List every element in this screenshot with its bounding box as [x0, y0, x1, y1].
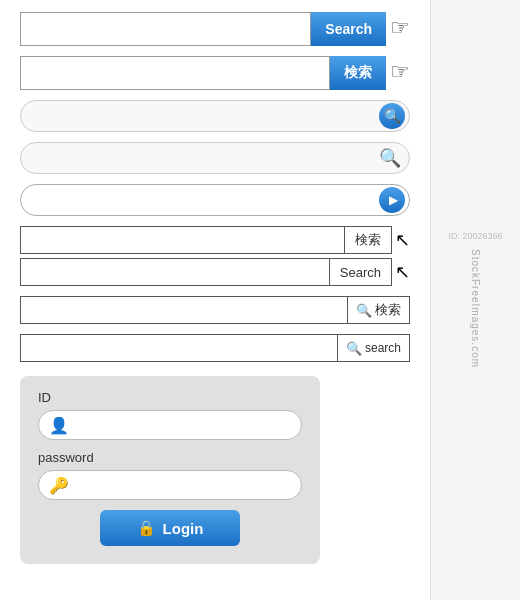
watermark-strip: ID: 20026366 StockFreeImages.com: [430, 0, 520, 600]
cursor-hand-2: ☞: [390, 61, 410, 85]
cursor-arrow-7: ↖: [395, 261, 410, 283]
search-input-3[interactable]: [29, 109, 379, 124]
user-icon: 👤: [49, 416, 69, 435]
search-input-8[interactable]: [20, 296, 347, 324]
search-input-7[interactable]: [20, 258, 329, 286]
search-bar-1: Search ☞: [20, 12, 410, 46]
password-input-wrap: 🔑: [38, 470, 302, 500]
search-button-icon-jp-8[interactable]: 🔍 検索: [347, 296, 410, 324]
watermark-site: StockFreeImages.com: [470, 249, 481, 368]
magnifier-icon-9: 🔍: [346, 341, 362, 356]
search-label-8: 検索: [375, 301, 401, 319]
search-bar-5: ▶: [20, 184, 410, 216]
password-input[interactable]: [75, 478, 291, 493]
lock-icon: 🔒: [137, 519, 156, 537]
search-input-5[interactable]: [33, 193, 379, 208]
watermark-id: ID: 20026366: [448, 231, 502, 241]
search-input-6[interactable]: [20, 226, 344, 254]
id-label: ID: [38, 390, 302, 405]
id-input[interactable]: [75, 418, 291, 433]
key-icon: 🔑: [49, 476, 69, 495]
search-button-jp-6[interactable]: 検索: [344, 226, 392, 254]
search-input-9[interactable]: [20, 334, 337, 362]
password-label: password: [38, 450, 302, 465]
play-icon-5: ▶: [389, 193, 398, 207]
id-input-wrap: 👤: [38, 410, 302, 440]
search-button-jp-2[interactable]: 検索: [330, 56, 386, 90]
magnifier-icon-3: 🔍: [384, 108, 401, 124]
search-button-icon-en-9[interactable]: 🔍 search: [337, 334, 410, 362]
search-label-9: search: [365, 341, 401, 355]
arrow-button-5[interactable]: ▶: [379, 187, 405, 213]
login-label: Login: [163, 520, 204, 537]
search-input-2[interactable]: [20, 56, 330, 90]
search-double-section: 検索 ↖ Search ↖: [20, 226, 410, 286]
search-bar-9: 🔍 search: [20, 334, 410, 362]
search-input-1[interactable]: [20, 12, 311, 46]
search-bar-2: 検索 ☞: [20, 56, 410, 90]
search-bar-7: Search ↖: [20, 258, 410, 286]
search-input-4[interactable]: [29, 151, 379, 166]
search-button-1[interactable]: Search: [311, 12, 386, 46]
login-box: ID 👤 password 🔑 🔒 Login: [20, 376, 320, 564]
cursor-hand-1: ☞: [390, 17, 410, 41]
search-bar-3: 🔍: [20, 100, 410, 132]
search-bar-6: 検索 ↖: [20, 226, 410, 254]
magnifier-icon-8: 🔍: [356, 303, 372, 318]
cursor-arrow-6: ↖: [395, 229, 410, 251]
search-button-en-7[interactable]: Search: [329, 258, 392, 286]
magnifier-icon-4[interactable]: 🔍: [379, 147, 401, 169]
search-bar-8: 🔍 検索: [20, 296, 410, 324]
login-button[interactable]: 🔒 Login: [100, 510, 240, 546]
search-bar-4: 🔍: [20, 142, 410, 174]
search-icon-circle-blue[interactable]: 🔍: [379, 103, 405, 129]
